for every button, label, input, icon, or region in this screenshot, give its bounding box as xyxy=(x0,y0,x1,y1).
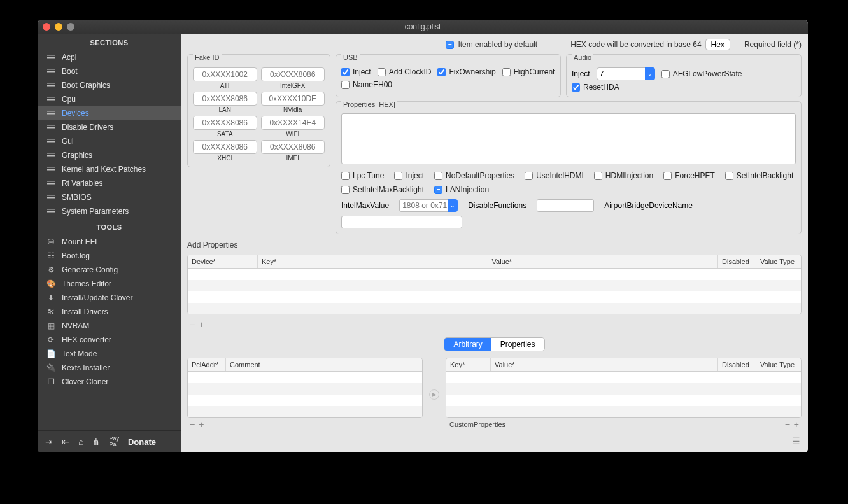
audio-inject-select[interactable] xyxy=(597,67,647,80)
sidebar-item-boot-graphics[interactable]: Boot Graphics xyxy=(38,78,181,92)
export-icon[interactable]: ⇤ xyxy=(62,437,69,447)
fakeid-input-sata[interactable] xyxy=(193,116,257,130)
refresh-icon: ⟳ xyxy=(46,336,55,344)
list-icon xyxy=(46,109,55,117)
usb-inject-checkbox[interactable]: Inject xyxy=(341,67,371,76)
add-row-button[interactable]: + xyxy=(794,419,799,430)
chevron-down-icon[interactable]: ⌄ xyxy=(448,199,458,212)
col-value[interactable]: Value* xyxy=(488,255,719,268)
chevron-down-icon[interactable]: ⌄ xyxy=(645,67,655,80)
fakeid-input-intelgfx[interactable] xyxy=(261,67,325,81)
disablefunctions-input[interactable] xyxy=(537,199,594,212)
remove-row-button[interactable]: − xyxy=(785,419,790,430)
tab-arbitrary[interactable]: Arbitrary xyxy=(444,338,491,351)
setintelmaxbacklight-checkbox[interactable]: SetIntelMaxBacklight xyxy=(341,185,424,194)
properties-hex-input[interactable] xyxy=(341,113,796,164)
sidebar-item-system-parameters[interactable]: System Parameters xyxy=(38,204,181,218)
tool-text-mode[interactable]: 📄Text Mode xyxy=(38,347,181,361)
sidebar-item-gui[interactable]: Gui xyxy=(38,134,181,148)
fakeid-cell: WIFI xyxy=(261,116,325,137)
tool-nvram[interactable]: ▦NVRAM xyxy=(38,319,181,333)
arbitrary-right-body[interactable] xyxy=(446,372,801,417)
intelmaxvalue-label: IntelMaxValue xyxy=(341,201,389,210)
airportbridge-input[interactable] xyxy=(341,216,462,228)
sidebar-item-boot[interactable]: Boot xyxy=(38,64,181,78)
fakeid-input-imei[interactable] xyxy=(261,140,325,154)
import-icon[interactable]: ⇥ xyxy=(45,437,53,447)
list-icon xyxy=(46,151,55,159)
sidebar-item-cpu[interactable]: Cpu xyxy=(38,92,181,106)
lpc-checkbox[interactable]: Lpc Tune xyxy=(341,171,384,180)
plug-icon: 🔌 xyxy=(46,364,55,372)
usb-title: USB xyxy=(341,53,360,61)
useintelhdmi-checkbox[interactable]: UseIntelHDMI xyxy=(525,171,584,180)
sidebar-item-label: Mount EFI xyxy=(62,237,97,246)
fakeid-input-xhci[interactable] xyxy=(193,140,257,154)
forcehpet-checkbox[interactable]: ForceHPET xyxy=(663,171,715,180)
arbitrary-left-body[interactable] xyxy=(188,372,422,417)
col-disabled[interactable]: Disabled xyxy=(718,358,756,371)
sidebar-item-kernel-kext[interactable]: Kernel and Kext Patches xyxy=(38,162,181,176)
tool-install-drivers[interactable]: 🛠Install Drivers xyxy=(38,305,181,319)
col-valuetype[interactable]: Value Type xyxy=(756,358,801,371)
col-comment[interactable]: Comment xyxy=(226,358,422,371)
fakeid-input-lan[interactable] xyxy=(193,92,257,106)
col-valuetype[interactable]: Value Type xyxy=(756,255,801,268)
col-pciaddr[interactable]: PciAddr* xyxy=(188,358,226,371)
text-icon: 📄 xyxy=(46,350,55,358)
hdmiinjection-checkbox[interactable]: HDMIInjection xyxy=(594,171,653,180)
sidebar-item-label: Generate Config xyxy=(62,265,118,274)
sidebar-item-devices[interactable]: Devices xyxy=(38,106,181,120)
laninjection-checkbox[interactable]: LANInjection xyxy=(434,185,489,194)
remove-row-button[interactable]: − xyxy=(190,419,195,430)
sidebar-item-smbios[interactable]: SMBIOS xyxy=(38,190,181,204)
col-disabled[interactable]: Disabled xyxy=(718,255,756,268)
col-key[interactable]: Key* xyxy=(258,255,488,268)
hex-button[interactable]: Hex xyxy=(705,39,730,50)
fakeid-input-wifi[interactable] xyxy=(261,116,325,130)
usb-nameeh00-checkbox[interactable]: NameEH00 xyxy=(341,80,392,89)
col-value[interactable]: Value* xyxy=(491,358,718,371)
remove-row-button[interactable]: − xyxy=(190,319,195,330)
tab-properties[interactable]: Properties xyxy=(491,338,544,351)
tool-themes-editor[interactable]: 🎨Themes Editor xyxy=(38,277,181,291)
tool-kexts-installer[interactable]: 🔌Kexts Installer xyxy=(38,361,181,375)
intelmaxvalue-input[interactable] xyxy=(399,199,450,212)
sidebar-item-label: NVRAM xyxy=(62,321,89,330)
home-icon[interactable]: ⌂ xyxy=(78,437,83,447)
setintelbacklight-checkbox[interactable]: SetIntelBacklight xyxy=(725,171,793,180)
col-device[interactable]: Device* xyxy=(188,255,258,268)
titlebar: config.plist xyxy=(38,20,808,34)
sidebar-item-label: Text Mode xyxy=(62,349,97,358)
sidebar-item-rt-variables[interactable]: Rt Variables xyxy=(38,176,181,190)
inject-checkbox[interactable]: Inject xyxy=(394,171,424,180)
sidebar-item-label: Themes Editor xyxy=(62,279,111,288)
sidebar-item-disable-drivers[interactable]: Disable Drivers xyxy=(38,120,181,134)
usb-highcurrent-checkbox[interactable]: HighCurrent xyxy=(502,67,555,76)
nodefault-checkbox[interactable]: NoDefaultProperties xyxy=(434,171,514,180)
add-row-button[interactable]: + xyxy=(199,419,204,430)
sidebar-item-acpi[interactable]: Acpi xyxy=(38,50,181,64)
fakeid-label: XHCI xyxy=(217,155,232,162)
col-key[interactable]: Key* xyxy=(446,358,491,371)
afg-checkbox[interactable]: AFGLowPowerState xyxy=(661,69,742,78)
share-icon[interactable]: ⋔ xyxy=(92,437,100,447)
fakeid-input-ati[interactable] xyxy=(193,67,257,81)
tool-bootlog[interactable]: ☷Boot.log xyxy=(38,249,181,263)
list-icon xyxy=(46,123,55,131)
menu-icon[interactable]: ☰ xyxy=(792,436,800,446)
tool-install-clover[interactable]: ⬇Install/Update Clover xyxy=(38,291,181,305)
resethda-checkbox[interactable]: ResetHDA xyxy=(572,83,619,92)
tool-clover-cloner[interactable]: ❐Clover Cloner xyxy=(38,375,181,389)
usb-addclockid-checkbox[interactable]: Add ClockID xyxy=(378,67,432,76)
tool-mount-efi[interactable]: ⛁Mount EFI xyxy=(38,235,181,249)
sidebar-item-graphics[interactable]: Graphics xyxy=(38,148,181,162)
tool-generate-config[interactable]: ⚙Generate Config xyxy=(38,263,181,277)
arbitrary-right-table: Key* Value* Disabled Value Type xyxy=(446,358,802,418)
tool-hex-converter[interactable]: ⟳HEX converter xyxy=(38,333,181,347)
fakeid-input-nvidia[interactable] xyxy=(261,92,325,106)
donate-button[interactable]: Donate xyxy=(128,437,156,447)
usb-fixownership-checkbox[interactable]: FixOwnership xyxy=(437,67,495,76)
add-row-button[interactable]: + xyxy=(199,319,204,330)
add-properties-body[interactable] xyxy=(188,269,801,314)
